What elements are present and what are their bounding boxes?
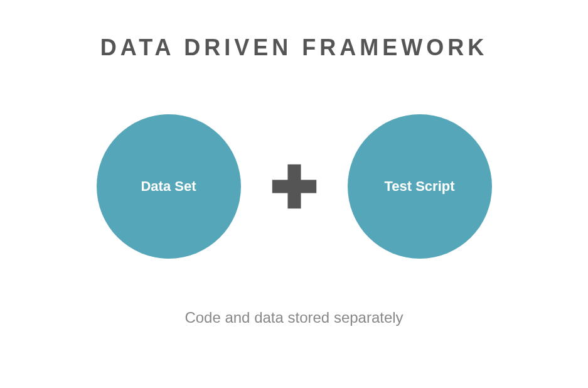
svg-rect-1 bbox=[272, 180, 316, 193]
circle-data-set: Data Set bbox=[97, 114, 241, 259]
page-title: DATA DRIVEN FRAMEWORK bbox=[100, 35, 488, 61]
circle-left-label: Data Set bbox=[141, 178, 196, 195]
circle-test-script: Test Script bbox=[348, 114, 492, 259]
diagram-row: Data Set Test Script bbox=[97, 114, 492, 259]
plus-icon bbox=[266, 158, 323, 215]
subtitle: Code and data stored separately bbox=[184, 309, 403, 326]
circle-right-label: Test Script bbox=[384, 178, 454, 195]
